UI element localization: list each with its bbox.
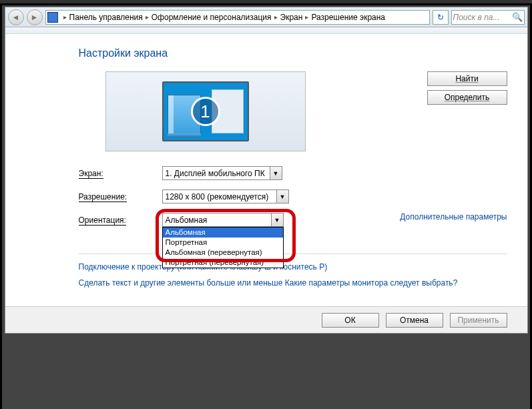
breadcrumb-item[interactable]: Панель управления [69, 13, 143, 22]
navbar: ◄ ► ▸ Панель управления ▸ Оформление и п… [5, 7, 527, 27]
chevron-right-icon: ▸ [61, 13, 69, 21]
refresh-button[interactable]: ↻ [433, 10, 449, 25]
display-label: Экран: [79, 169, 162, 178]
chevron-down-icon[interactable]: ▼ [276, 190, 288, 203]
identify-button[interactable]: Определить [427, 90, 507, 105]
orientation-value: Альбомная [166, 216, 208, 225]
detect-button[interactable]: Найти [427, 71, 507, 86]
page-title: Настройки экрана [79, 47, 507, 59]
chevron-right-icon: ▸ [302, 13, 311, 21]
cancel-button[interactable]: Отмена [386, 313, 443, 328]
text-size-link[interactable]: Сделать текст и другие элементы больше и… [79, 278, 283, 288]
orientation-option[interactable]: Альбомная [163, 228, 283, 238]
back-button[interactable]: ◄ [8, 9, 24, 25]
display-combo[interactable]: 1. Дисплей мобильного ПК ▼ [162, 166, 282, 180]
apply-button[interactable]: Применить [450, 313, 507, 328]
display-preview[interactable]: 1 [105, 71, 306, 151]
orientation-option[interactable]: Портретная [163, 238, 283, 248]
orientation-dropdown[interactable]: Альбомная Портретная Альбомная (переверн… [162, 227, 284, 268]
search-icon[interactable]: 🔍 [512, 12, 523, 23]
chevron-down-icon[interactable]: ▼ [270, 167, 282, 179]
chevron-right-icon: ▸ [272, 13, 280, 21]
ok-button[interactable]: ОК [322, 313, 379, 328]
display-value: 1. Дисплей мобильного ПК [166, 169, 265, 178]
screen-resolution-window: ◄ ► ▸ Панель управления ▸ Оформление и п… [5, 7, 528, 334]
dialog-footer: ОК Отмена Применить [5, 306, 527, 333]
breadcrumb-item[interactable]: Оформление и персонализация [152, 13, 272, 22]
control-panel-icon [47, 12, 58, 23]
chevron-down-icon[interactable]: ▼ [271, 214, 283, 226]
resolution-combo[interactable]: 1280 x 800 (рекомендуется) ▼ [162, 189, 289, 203]
content-area: Настройки экрана 1 Найти Определить Экра [5, 34, 527, 306]
monitor-number: 1 [191, 97, 220, 126]
resolution-value: 1280 x 800 (рекомендуется) [166, 192, 269, 201]
forward-button[interactable]: ► [27, 9, 43, 25]
breadcrumb-item[interactable]: Экран [280, 13, 303, 22]
advanced-settings-link[interactable]: Дополнительные параметры [400, 212, 507, 222]
separator [79, 254, 507, 254]
orientation-option[interactable]: Альбомная (перевернутая) [163, 248, 283, 258]
orientation-label: Ориентация: [79, 216, 162, 225]
search-placeholder: Поиск в па... [453, 13, 512, 22]
search-input[interactable]: Поиск в па... 🔍 [451, 10, 525, 25]
breadcrumb[interactable]: ▸ Панель управления ▸ Оформление и персо… [45, 10, 430, 25]
orientation-combo[interactable]: Альбомная ▼ [162, 213, 284, 227]
resolution-label: Разрешение: [79, 192, 162, 201]
breadcrumb-item[interactable]: Разрешение экрана [311, 13, 385, 22]
sub-toolbar [5, 27, 527, 34]
monitor-thumbnail[interactable]: 1 [162, 81, 249, 141]
which-monitor-link[interactable]: Какие параметры монитора следует выбрать… [285, 278, 458, 288]
chevron-right-icon: ▸ [143, 13, 152, 21]
orientation-option[interactable]: Портретная (перевернутая) [163, 258, 283, 268]
